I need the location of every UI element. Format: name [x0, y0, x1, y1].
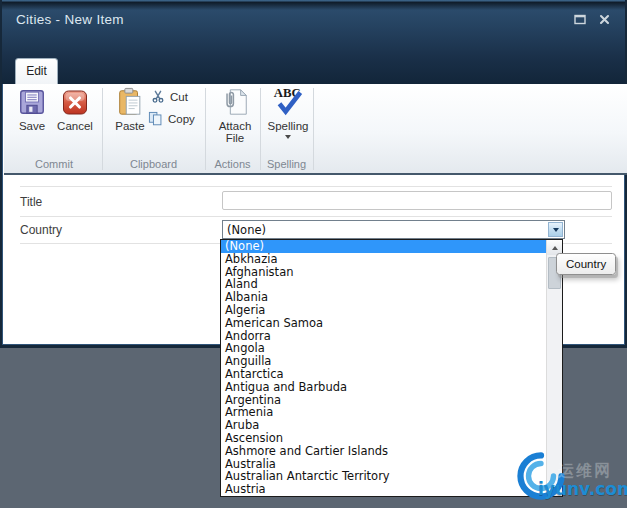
- cut-label: Cut: [170, 91, 188, 103]
- attach-file-label: Attach File: [219, 120, 252, 144]
- country-option[interactable]: Abkhazia: [221, 253, 546, 266]
- copy-pages-icon: [148, 111, 163, 126]
- cut-button[interactable]: Cut: [151, 90, 188, 104]
- copy-label: Copy: [168, 113, 195, 125]
- title-input[interactable]: [222, 191, 612, 210]
- country-option[interactable]: Australian Antarctic Territory: [221, 470, 546, 483]
- country-option[interactable]: (None): [221, 240, 546, 253]
- page: Cities - New Item Edit: [0, 0, 627, 508]
- group-separator: [313, 88, 314, 170]
- maximize-button[interactable]: [571, 11, 589, 27]
- form-separator: [20, 216, 612, 217]
- group-label-commit: Commit: [6, 158, 102, 170]
- spelling-label: Spelling: [268, 120, 309, 132]
- country-option[interactable]: Albania: [221, 291, 546, 304]
- paste-label: Paste: [115, 120, 144, 132]
- form-separator: [20, 186, 612, 187]
- chevron-down-icon: [553, 228, 559, 232]
- attach-file-button[interactable]: Attach File: [212, 87, 258, 144]
- paste-button[interactable]: Paste: [108, 87, 152, 132]
- group-label-actions: Actions: [205, 158, 260, 170]
- cut-scissors-icon: [151, 90, 165, 104]
- copy-button[interactable]: Copy: [148, 111, 195, 126]
- country-option[interactable]: Austria: [221, 483, 546, 496]
- scroll-down-arrow-icon: [552, 487, 558, 491]
- title-field-label: Title: [20, 195, 42, 209]
- country-option[interactable]: American Samoa: [221, 317, 546, 330]
- country-option[interactable]: Ascension: [221, 432, 546, 445]
- spelling-button[interactable]: ABC Spelling: [263, 85, 313, 139]
- cancel-x-icon: [60, 87, 90, 117]
- country-option[interactable]: Antarctica: [221, 368, 546, 381]
- country-option[interactable]: Andorra: [221, 330, 546, 343]
- country-option-list: (None)AbkhaziaAfghanistanAlandAlbaniaAlg…: [221, 240, 546, 496]
- save-floppy-icon: [17, 87, 47, 117]
- country-option[interactable]: Antigua and Barbuda: [221, 381, 546, 394]
- scroll-up-arrow-icon: [552, 246, 558, 250]
- paste-clipboard-icon: [115, 87, 145, 117]
- ribbon: Save Cancel: [4, 84, 627, 175]
- country-tooltip: Country: [556, 253, 616, 275]
- close-icon: [599, 14, 610, 25]
- spelling-dropdown-arrow-icon: [285, 135, 291, 139]
- dialog-title: Cities - New Item: [16, 12, 124, 27]
- cancel-label: Cancel: [57, 120, 93, 132]
- country-select-dropdown-button[interactable]: [548, 222, 563, 237]
- cancel-button[interactable]: Cancel: [52, 87, 98, 132]
- save-button[interactable]: Save: [12, 87, 52, 132]
- save-label: Save: [19, 120, 45, 132]
- attach-file-icon: [220, 87, 250, 117]
- maximize-icon: [574, 14, 586, 25]
- watermark-cn-text: 运维网: [558, 461, 612, 482]
- group-label-spelling: Spelling: [260, 158, 313, 170]
- group-label-clipboard: Clipboard: [102, 158, 205, 170]
- country-option[interactable]: Algeria: [221, 304, 546, 317]
- country-select-value: (None): [227, 223, 266, 237]
- dropdown-scrollbar[interactable]: [546, 240, 562, 496]
- scroll-down-button[interactable]: [547, 481, 562, 496]
- country-select[interactable]: (None): [222, 220, 565, 239]
- country-option[interactable]: Armenia: [221, 406, 546, 419]
- country-field-label: Country: [20, 223, 62, 237]
- country-option[interactable]: Afghanistan: [221, 266, 546, 279]
- country-option[interactable]: Aland: [221, 278, 546, 291]
- spelling-abc-check-icon: ABC: [271, 85, 305, 117]
- tab-edit[interactable]: Edit: [15, 58, 58, 84]
- close-button[interactable]: [595, 11, 613, 27]
- country-dropdown: (None)AbkhaziaAfghanistanAlandAlbaniaAlg…: [220, 239, 563, 497]
- dialog-titlebar: Cities - New Item Edit: [2, 0, 625, 84]
- country-option[interactable]: Ashmore and Cartier Islands: [221, 445, 546, 458]
